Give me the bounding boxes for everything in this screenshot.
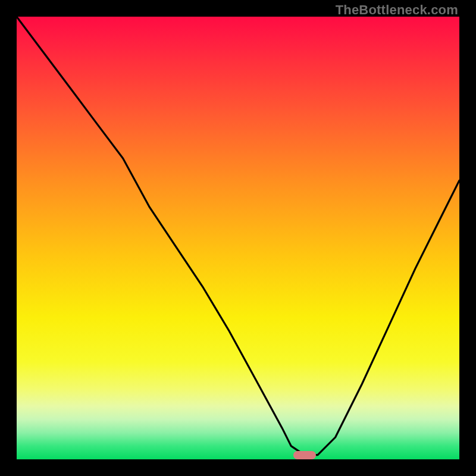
watermark-text: TheBottleneck.com [336,2,458,18]
bottleneck-curve [17,17,459,459]
minimum-marker [293,451,316,459]
plot-area [17,17,459,459]
chart-frame: TheBottleneck.com [0,0,476,476]
